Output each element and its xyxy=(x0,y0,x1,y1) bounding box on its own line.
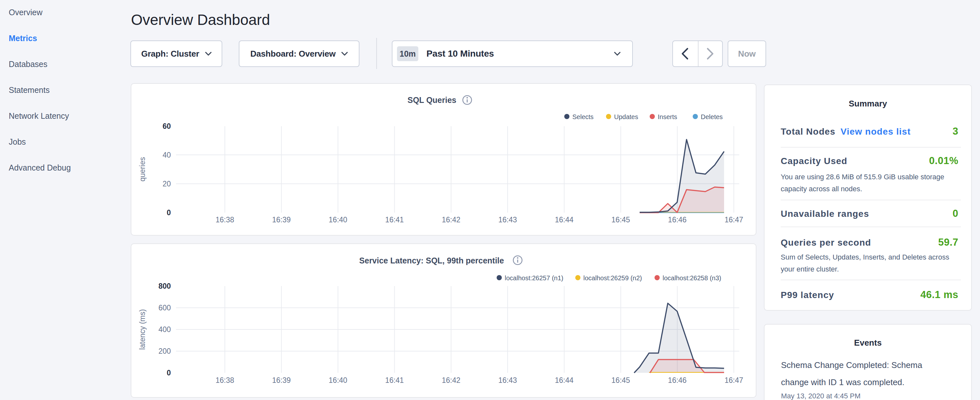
svg-text:16:47: 16:47 xyxy=(724,215,743,224)
svg-text:0: 0 xyxy=(167,209,171,217)
svg-text:16:45: 16:45 xyxy=(611,376,630,384)
svg-text:200: 200 xyxy=(159,347,171,355)
svg-text:16:47: 16:47 xyxy=(724,376,743,384)
svg-text:Updates: Updates xyxy=(614,113,638,120)
svg-text:16:41: 16:41 xyxy=(385,215,404,224)
svg-text:0: 0 xyxy=(167,369,171,377)
svg-text:16:46: 16:46 xyxy=(668,215,687,224)
svg-text:16:46: 16:46 xyxy=(668,376,687,384)
svg-text:16:44: 16:44 xyxy=(555,215,574,224)
svg-text:400: 400 xyxy=(159,325,171,334)
svg-text:20: 20 xyxy=(162,180,171,188)
svg-text:16:43: 16:43 xyxy=(498,215,517,224)
svg-text:16:41: 16:41 xyxy=(385,376,404,384)
svg-text:Inserts: Inserts xyxy=(658,113,677,120)
svg-text:latency (ms): latency (ms) xyxy=(138,309,146,349)
svg-text:60: 60 xyxy=(162,122,171,131)
svg-text:localhost:26257 (n1): localhost:26257 (n1) xyxy=(505,274,563,282)
svg-text:16:38: 16:38 xyxy=(215,376,234,384)
svg-text:16:42: 16:42 xyxy=(442,215,460,224)
svg-text:queries: queries xyxy=(138,157,146,181)
svg-text:40: 40 xyxy=(162,151,171,159)
svg-text:16:39: 16:39 xyxy=(272,376,291,384)
svg-text:16:42: 16:42 xyxy=(442,376,460,384)
svg-text:600: 600 xyxy=(159,304,171,312)
svg-text:localhost:26258 (n3): localhost:26258 (n3) xyxy=(663,274,721,282)
svg-text:16:43: 16:43 xyxy=(498,376,517,384)
svg-text:16:45: 16:45 xyxy=(611,215,630,224)
svg-text:Selects: Selects xyxy=(572,113,594,120)
svg-text:localhost:26259 (n2): localhost:26259 (n2) xyxy=(583,274,642,282)
svg-text:16:38: 16:38 xyxy=(215,215,234,224)
svg-text:16:44: 16:44 xyxy=(555,376,574,384)
svg-text:Deletes: Deletes xyxy=(701,113,723,120)
svg-text:16:40: 16:40 xyxy=(329,376,347,384)
svg-text:800: 800 xyxy=(159,282,171,290)
svg-text:SQL Queries: SQL Queries xyxy=(408,96,457,105)
svg-text:16:40: 16:40 xyxy=(329,215,347,224)
svg-text:16:39: 16:39 xyxy=(272,215,291,224)
svg-text:Service Latency: SQL, 99th per: Service Latency: SQL, 99th percentile xyxy=(359,256,504,265)
